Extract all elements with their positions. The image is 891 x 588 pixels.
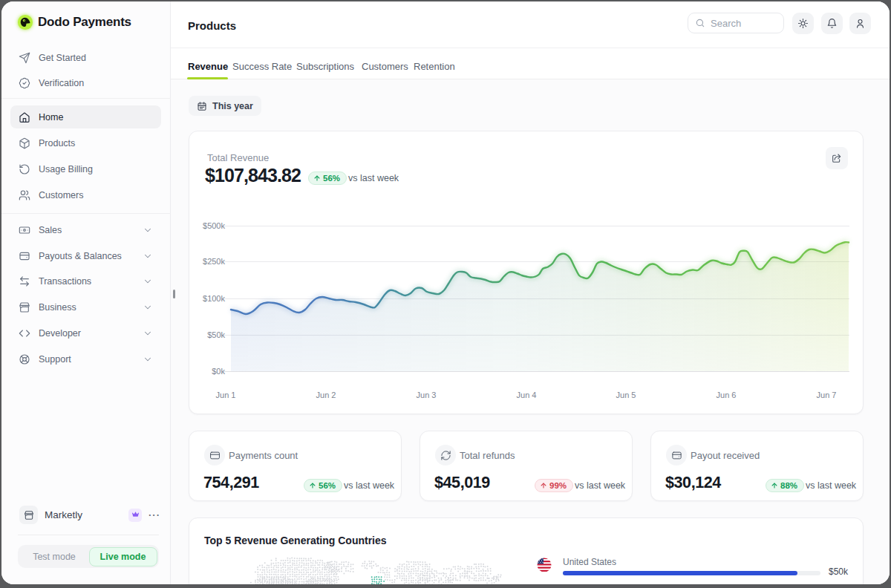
svg-text:$50k: $50k — [207, 330, 225, 339]
svg-text:Jun 4: Jun 4 — [517, 391, 537, 399]
svg-text:Jun 5: Jun 5 — [616, 391, 636, 399]
svg-text:Jun 3: Jun 3 — [417, 391, 437, 399]
svg-text:$250k: $250k — [203, 257, 225, 266]
svg-text:$100k: $100k — [203, 294, 225, 303]
svg-text:Jun 7: Jun 7 — [817, 391, 837, 399]
svg-text:Jun 2: Jun 2 — [316, 391, 336, 399]
svg-text:Jun 6: Jun 6 — [717, 391, 737, 399]
svg-text:$500k: $500k — [203, 221, 225, 230]
svg-text:Jun 1: Jun 1 — [216, 391, 236, 399]
svg-text:$0k: $0k — [212, 367, 225, 376]
